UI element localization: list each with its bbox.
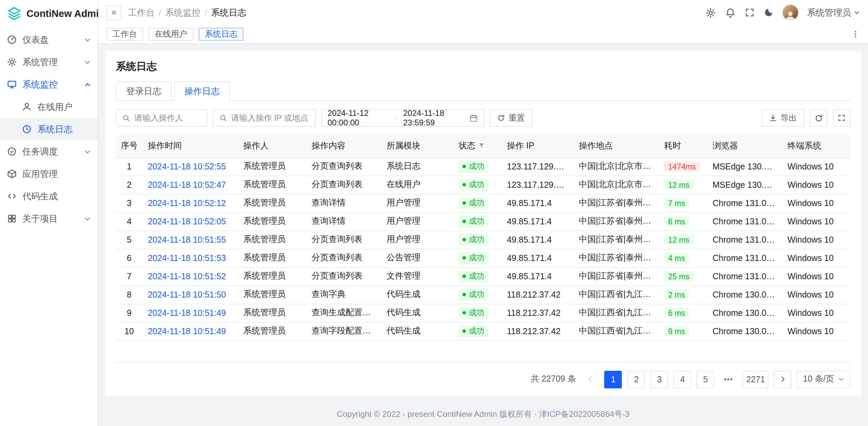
sidebar-item-dashboard[interactable]: 仪表盘 [0,28,98,51]
dark-mode-moon-icon[interactable] [764,7,774,18]
cell-status: 成功 [453,230,501,249]
status-badge: 成功 [458,160,488,173]
table-row[interactable]: 3 2024-11-18 10:52:12 系统管理员 查询详情 用户管理 成功… [116,194,850,212]
cell-operator: 系统管理员 [238,249,306,267]
time-link[interactable]: 2024-11-18 10:51:49 [148,326,226,336]
time-link[interactable]: 2024-11-18 10:51:55 [148,235,226,244]
table-row[interactable]: 7 2024-11-18 10:51:52 系统管理员 分页查询列表 文件管理 … [116,267,850,285]
time-link[interactable]: 2024-11-18 10:51:52 [148,271,226,281]
reset-button[interactable]: 重置 [490,109,532,127]
page-button[interactable]: 5 [697,370,714,388]
tab-operation-logs[interactable]: 操作日志 [174,81,230,101]
cell-ip: 118.212.37.42 [501,304,573,322]
cell-module: 用户管理 [381,194,453,212]
cell-content: 查询字段配置列表 [306,322,381,340]
status-dot-icon [462,165,466,168]
status-badge: 成功 [458,179,488,191]
expand-icon [837,114,846,122]
sidebar-item-app-management[interactable]: 应用管理 [0,163,98,185]
column-header-location: 操作地点 [573,135,658,157]
time-link[interactable]: 2024-11-18 10:52:47 [148,180,226,189]
date-range-start: 2024-11-12 00:00:00 [328,108,390,127]
ip-search-box [213,109,316,127]
sidebar-item-system-monitor[interactable]: 系统监控 [0,73,98,96]
next-page-button[interactable] [774,370,791,388]
page-button[interactable]: 2271 [743,370,769,388]
sidebar-item-system-management[interactable]: 系统管理 [0,51,98,73]
time-link[interactable]: 2024-11-18 10:52:05 [148,217,226,226]
prev-page-button[interactable] [581,370,599,388]
user-avatar[interactable] [783,5,798,20]
sidebar-item-task-scheduler[interactable]: 任务调度 [0,140,98,163]
cell-index: 6 [116,249,142,267]
filter-toolbar: 2024-11-12 00:00:00 - 2024-11-18 23:59:5… [116,109,850,127]
breadcrumb-item[interactable]: 工作台 [128,6,155,19]
top-header: 工作台 / 系统监控 / 系统日志 [98,0,868,25]
grid-icon [7,214,17,224]
sidebar-item-system-logs[interactable]: 系统日志 [0,118,98,140]
breadcrumb-item[interactable]: 系统监控 [165,6,200,19]
nav-tab-workbench[interactable]: 工作台 [106,28,143,41]
cell-ip: 118.212.37.42 [501,322,573,340]
table-fullscreen-button[interactable] [833,109,850,127]
schedule-icon [7,146,17,157]
time-link[interactable]: 2024-11-18 10:51:49 [148,308,226,318]
table-row[interactable]: 5 2024-11-18 10:51:55 系统管理员 分页查询列表 用户管理 … [116,230,850,249]
page-button[interactable]: 1 [605,370,622,388]
page-button[interactable]: 3 [651,370,668,388]
pagination: 共 22709 条 12345•••2271 10 条/页 [116,370,850,388]
column-header-ip: 操作 IP [501,135,573,157]
sidebar-item-code-generation[interactable]: 代码生成 [0,185,98,207]
table-row[interactable]: 9 2024-11-18 10:51:49 系统管理员 查询生成配置信息 代码生… [116,304,850,322]
table-row[interactable]: 8 2024-11-18 10:51:50 系统管理员 查询字典 代码生成 成功… [116,285,850,304]
date-range-picker[interactable]: 2024-11-12 00:00:00 - 2024-11-18 23:59:5… [321,109,484,127]
cell-duration: 6 ms [659,212,707,230]
search-icon [219,114,227,122]
time-link[interactable]: 2024-11-18 10:52:12 [148,198,226,208]
ip-search-input[interactable] [231,113,310,123]
sidebar-item-about-project[interactable]: 关于项目 [0,207,98,230]
cell-module: 文件管理 [381,267,453,285]
cell-index: 5 [116,230,142,249]
table-row[interactable]: 6 2024-11-18 10:51:53 系统管理员 分页查询列表 公告管理 … [116,249,850,267]
time-link[interactable]: 2024-11-18 10:51:50 [148,290,226,299]
tab-login-logs[interactable]: 登录日志 [116,81,172,101]
nav-tab-system-logs[interactable]: 系统日志 [199,28,243,41]
time-link[interactable]: 2024-11-18 10:51:53 [148,253,226,263]
notification-bell-icon[interactable] [725,7,736,18]
cell-os: Windows 10 [782,285,850,304]
page-button[interactable]: 4 [674,370,691,388]
status-dot-icon [462,238,466,241]
sidebar-item-online-users[interactable]: 在线用户 [0,96,98,118]
chevron-down-icon [838,376,844,382]
export-button[interactable]: 导出 [762,109,804,127]
app-logo[interactable]: ContiNew Admin [0,0,98,27]
column-header-browser: 浏览器 [707,135,782,157]
cell-os: Windows 10 [782,157,850,176]
cell-index: 7 [116,267,142,285]
settings-icon[interactable] [705,7,716,18]
page-size-select[interactable]: 10 条/页 [797,370,850,388]
fullscreen-icon[interactable] [745,7,755,18]
table-row[interactable]: 10 2024-11-18 10:51:49 系统管理员 查询字段配置列表 代码… [116,322,850,340]
refresh-table-button[interactable] [810,109,827,127]
chevron-up-icon [84,81,91,88]
cell-module: 系统日志 [381,157,453,176]
table-row[interactable]: 4 2024-11-18 10:52:05 系统管理员 查询详情 用户管理 成功… [116,212,850,230]
column-header-module: 所属模块 [381,135,453,157]
cell-browser: Chrome 131.0.0.0 [707,249,782,267]
filter-icon[interactable] [478,142,485,149]
user-menu[interactable]: 系统管理员 [807,6,860,19]
page-ellipsis[interactable]: ••• [720,370,737,388]
operator-search-input[interactable] [134,113,201,123]
tab-more-icon[interactable] [851,30,860,39]
time-link[interactable]: 2024-11-18 10:52:55 [148,162,226,171]
cell-ip: 123.117.129.251 [501,157,573,176]
table-row[interactable]: 1 2024-11-18 10:52:55 系统管理员 分页查询列表 系统日志 … [116,157,850,176]
table-row[interactable]: 2 2024-11-18 10:52:47 系统管理员 分页查询列表 在线用户 … [116,176,850,194]
status-dot-icon [462,201,466,205]
page-button[interactable]: 2 [628,370,645,388]
nav-tab-online-users[interactable]: 在线用户 [149,28,193,41]
column-header-status: 状态 [453,135,501,157]
sidebar-collapse-button[interactable] [106,5,121,20]
